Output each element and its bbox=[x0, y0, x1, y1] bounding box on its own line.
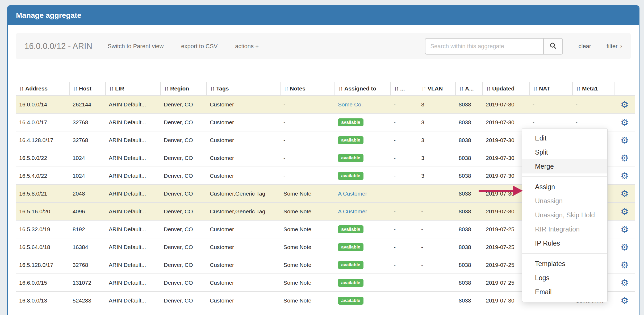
cell-address: 16.5.4.0/22 bbox=[16, 167, 69, 185]
column-header-nat[interactable]: ↓↑NAT bbox=[529, 82, 572, 96]
cell-lir: ARIN Default... bbox=[106, 238, 161, 256]
cell-tags: Customer bbox=[207, 96, 280, 113]
cell-address: 16.5.16.0/20 bbox=[16, 202, 69, 220]
cell-tags: Customer bbox=[207, 167, 280, 185]
column-header-tags[interactable]: ↓↑Tags bbox=[207, 82, 280, 96]
cell-notes: Some Note bbox=[280, 292, 335, 309]
cell-dots: - bbox=[391, 96, 418, 113]
row-actions-gear-icon[interactable]: ⚙ bbox=[621, 118, 629, 127]
cell-host: 131072 bbox=[69, 274, 106, 292]
column-header-lir[interactable]: ↓↑LIR bbox=[106, 82, 161, 96]
column-header-assigned[interactable]: ↓↑Assigned to bbox=[335, 82, 391, 96]
cell-region: Denver, CO bbox=[161, 131, 207, 149]
cell-gear: ⚙ bbox=[614, 167, 635, 185]
cell-a: 8038 bbox=[455, 131, 483, 149]
cell-host: 32768 bbox=[69, 131, 106, 149]
column-header-notes[interactable]: ↓↑Notes bbox=[280, 82, 335, 96]
menu-item-unassign-skip-hold: Unassign, Skip Hold bbox=[522, 208, 607, 222]
row-actions-gear-icon[interactable]: ⚙ bbox=[621, 136, 629, 145]
row-actions-gear-icon[interactable]: ⚙ bbox=[621, 154, 629, 163]
cell-region: Denver, CO bbox=[161, 113, 207, 131]
cell-assigned: available bbox=[335, 131, 391, 149]
cell-region: Denver, CO bbox=[161, 149, 207, 167]
cell-assigned: A Customer bbox=[335, 185, 391, 202]
menu-item-logs[interactable]: Logs bbox=[522, 271, 607, 285]
cell-assigned: available bbox=[335, 238, 391, 256]
cell-notes: Some Note bbox=[280, 256, 335, 274]
filter-link[interactable]: filter› bbox=[607, 43, 622, 50]
cell-vlan: - bbox=[418, 274, 455, 292]
cell-notes: Some Note bbox=[280, 185, 335, 202]
actions-menu-link[interactable]: actions + bbox=[235, 43, 259, 50]
switch-parent-view-link[interactable]: Switch to Parent view bbox=[108, 43, 164, 50]
cell-updated: 2019-07-30 bbox=[483, 96, 529, 113]
cell-address: 16.4.128.0/17 bbox=[16, 131, 69, 149]
assigned-to-link[interactable]: A Customer bbox=[338, 190, 367, 197]
cell-notes: - bbox=[280, 149, 335, 167]
search-input[interactable] bbox=[425, 38, 543, 55]
row-actions-gear-icon[interactable]: ⚙ bbox=[621, 278, 629, 287]
cell-gear: ⚙ bbox=[614, 292, 635, 309]
cell-meta1: - bbox=[572, 96, 614, 113]
export-csv-link[interactable]: export to CSV bbox=[181, 43, 218, 50]
cell-address: 16.4.0.0/17 bbox=[16, 113, 69, 131]
sort-icon: ↓↑ bbox=[533, 85, 537, 92]
row-actions-gear-icon[interactable]: ⚙ bbox=[621, 207, 629, 216]
cell-address: 16.5.0.0/22 bbox=[16, 149, 69, 167]
assigned-to-link[interactable]: A Customer bbox=[338, 208, 367, 214]
column-header-vlan[interactable]: ↓↑VLAN bbox=[418, 82, 455, 96]
cell-host: 262144 bbox=[69, 96, 106, 113]
column-header-host[interactable]: ↓↑Host bbox=[69, 82, 106, 96]
cell-host: 2048 bbox=[69, 185, 106, 202]
cell-a: 8038 bbox=[455, 256, 483, 274]
row-actions-gear-icon[interactable]: ⚙ bbox=[621, 225, 629, 234]
menu-item-ip-rules[interactable]: IP Rules bbox=[522, 236, 607, 250]
cell-notes: - bbox=[280, 113, 335, 131]
menu-item-edit[interactable]: Edit bbox=[522, 131, 607, 145]
row-actions-gear-icon[interactable]: ⚙ bbox=[621, 100, 629, 109]
column-header-updated[interactable]: ↓↑Updated bbox=[483, 82, 529, 96]
cell-assigned: available bbox=[335, 220, 391, 238]
menu-item-split[interactable]: Split bbox=[522, 145, 607, 159]
cell-a: 8038 bbox=[455, 167, 483, 185]
row-actions-gear-icon[interactable]: ⚙ bbox=[621, 189, 629, 198]
cell-notes: Some Note bbox=[280, 220, 335, 238]
cell-dots: - bbox=[391, 131, 418, 149]
cell-region: Denver, CO bbox=[161, 167, 207, 185]
menu-item-assign[interactable]: Assign bbox=[522, 180, 607, 194]
toolbar-right: clear filter› bbox=[425, 38, 622, 55]
cell-lir: ARIN Default... bbox=[106, 96, 161, 113]
column-header-address[interactable]: ↓↑Address bbox=[16, 82, 69, 96]
cell-a: 8038 bbox=[455, 149, 483, 167]
column-header-meta1[interactable]: ↓↑Meta1 bbox=[572, 82, 614, 96]
column-header-dots[interactable]: ↓↑... bbox=[391, 82, 418, 96]
row-actions-gear-icon[interactable]: ⚙ bbox=[621, 243, 629, 252]
status-badge-available: available bbox=[338, 172, 363, 180]
cell-vlan: - bbox=[418, 238, 455, 256]
cell-address: 16.5.128.0/17 bbox=[16, 256, 69, 274]
cell-notes: Some Note bbox=[280, 238, 335, 256]
clear-link[interactable]: clear bbox=[578, 43, 591, 50]
cell-dots: - bbox=[391, 202, 418, 220]
column-header-a[interactable]: ↓↑A... bbox=[455, 82, 483, 96]
search-button[interactable] bbox=[543, 38, 563, 55]
menu-item-templates[interactable]: Templates bbox=[522, 257, 607, 271]
cell-address: 16.6.0.0/15 bbox=[16, 274, 69, 292]
cell-gear: ⚙ bbox=[614, 149, 635, 167]
column-header-region[interactable]: ↓↑Region bbox=[161, 82, 207, 96]
cell-dots: - bbox=[391, 256, 418, 274]
row-actions-gear-icon[interactable]: ⚙ bbox=[621, 171, 629, 180]
cell-dots: - bbox=[391, 238, 418, 256]
cell-host: 4096 bbox=[69, 202, 106, 220]
sort-icon: ↓↑ bbox=[210, 85, 214, 92]
row-actions-gear-icon[interactable]: ⚙ bbox=[621, 260, 629, 270]
menu-item-merge[interactable]: Merge bbox=[522, 159, 607, 173]
menu-item-email[interactable]: Email bbox=[522, 285, 607, 299]
row-actions-gear-icon[interactable]: ⚙ bbox=[621, 296, 629, 305]
assigned-to-link[interactable]: Some Co. bbox=[338, 101, 363, 107]
cell-tags: Customer bbox=[207, 238, 280, 256]
cell-tags: Customer bbox=[207, 131, 280, 149]
cell-region: Denver, CO bbox=[161, 256, 207, 274]
cell-a: 8038 bbox=[455, 274, 483, 292]
cell-notes: Some Note bbox=[280, 274, 335, 292]
